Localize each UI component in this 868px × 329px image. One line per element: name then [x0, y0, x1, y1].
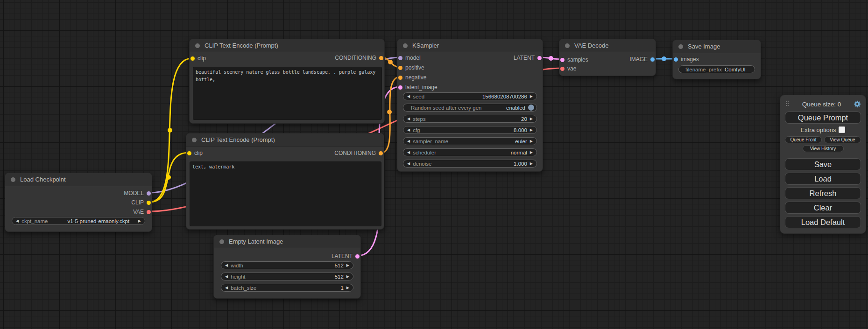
view-queue-button[interactable]: View Queue — [824, 136, 861, 143]
output-clip[interactable]: CLIP — [131, 198, 152, 207]
increment-arrow-icon[interactable] — [530, 95, 533, 98]
steps-widget[interactable]: steps 20 — [403, 115, 537, 123]
queue-prompt-button[interactable]: Queue Prompt — [785, 112, 861, 124]
output-image[interactable]: IMAGE — [629, 55, 656, 63]
increment-arrow-icon[interactable] — [346, 264, 349, 267]
extra-options-checkbox[interactable] — [839, 126, 845, 133]
decrement-arrow-icon[interactable] — [407, 140, 410, 143]
scheduler-widget[interactable]: scheduler normal — [403, 148, 537, 156]
node-titlebar[interactable]: VAE Decode — [559, 39, 656, 52]
node-titlebar[interactable]: Load Checkpoint — [5, 173, 152, 186]
filename-prefix-widget[interactable]: filename_prefix ComfyUI — [678, 65, 755, 73]
random-seed-toggle-widget[interactable]: Random seed after every gen enabled — [403, 104, 537, 112]
input-latent-image[interactable]: latent_image — [397, 83, 438, 91]
decrement-arrow-icon[interactable] — [407, 162, 410, 166]
port-dot-latent[interactable] — [398, 85, 402, 90]
node-titlebar[interactable]: CLIP Text Encode (Prompt) — [190, 39, 384, 52]
node-graph-canvas[interactable]: Load Checkpoint MODEL CLIP VAE ckpt_name… — [0, 0, 868, 329]
node-vae-decode[interactable]: VAE Decode samples vae IMAGE — [559, 39, 656, 76]
node-titlebar[interactable]: Empty Latent Image — [214, 235, 360, 248]
output-model[interactable]: MODEL — [124, 189, 152, 197]
settings-gear-icon[interactable] — [854, 100, 861, 108]
view-history-button[interactable]: View History — [803, 145, 844, 152]
toggle-knob-icon[interactable] — [528, 105, 534, 111]
drag-handle-icon[interactable] — [786, 101, 790, 107]
height-widget[interactable]: height 512 — [221, 273, 353, 280]
port-dot-vae[interactable] — [147, 210, 151, 214]
port-dot-clip[interactable] — [191, 56, 195, 61]
collapse-dot-icon[interactable] — [565, 43, 570, 48]
increment-arrow-icon[interactable] — [530, 128, 533, 132]
input-images[interactable]: images — [673, 55, 699, 63]
denoise-widget[interactable]: denoise 1.000 — [403, 160, 537, 168]
output-conditioning[interactable]: CONDITIONING — [335, 54, 384, 62]
port-dot-latent[interactable] — [537, 56, 542, 60]
queue-panel-header[interactable]: Queue size: 0 — [785, 99, 861, 109]
increment-arrow-icon[interactable] — [530, 117, 533, 121]
output-conditioning[interactable]: CONDITIONING — [334, 149, 384, 157]
load-default-button[interactable]: Load Default — [785, 216, 861, 228]
input-negative[interactable]: negative — [397, 73, 426, 82]
node-titlebar[interactable]: KSampler — [397, 39, 543, 52]
increment-arrow-icon[interactable] — [530, 162, 533, 166]
collapse-dot-icon[interactable] — [219, 239, 224, 244]
decrement-arrow-icon[interactable] — [407, 128, 410, 132]
port-dot-latent[interactable] — [355, 254, 360, 259]
refresh-button[interactable]: Refresh — [785, 187, 861, 199]
decrement-arrow-icon[interactable] — [225, 286, 228, 290]
node-titlebar[interactable]: Save Image — [673, 40, 761, 53]
output-latent[interactable]: LATENT — [332, 252, 360, 260]
increment-arrow-icon[interactable] — [346, 286, 349, 290]
sampler-name-widget[interactable]: sampler_name euler — [403, 137, 537, 145]
output-latent[interactable]: LATENT — [514, 54, 543, 62]
increment-arrow-icon[interactable] — [346, 275, 349, 279]
node-clip-text-encode-negative[interactable]: CLIP Text Encode (Prompt) clip CONDITION… — [186, 133, 384, 230]
collapse-dot-icon[interactable] — [403, 43, 408, 48]
port-dot-conditioning[interactable] — [398, 76, 402, 80]
decrement-arrow-icon[interactable] — [16, 219, 19, 223]
decrement-arrow-icon[interactable] — [407, 95, 410, 98]
port-dot-image[interactable] — [674, 57, 678, 62]
increment-arrow-icon[interactable] — [138, 219, 141, 223]
node-titlebar[interactable]: CLIP Text Encode (Prompt) — [186, 133, 384, 147]
output-vae[interactable]: VAE — [133, 208, 152, 216]
input-positive[interactable]: positive — [397, 63, 424, 72]
port-dot-clip[interactable] — [187, 151, 191, 155]
input-samples[interactable]: samples — [559, 56, 588, 64]
increment-arrow-icon[interactable] — [530, 140, 533, 143]
save-button[interactable]: Save — [785, 158, 861, 170]
node-empty-latent-image[interactable]: Empty Latent Image LATENT width 512 heig… — [213, 235, 361, 299]
decrement-arrow-icon[interactable] — [225, 275, 228, 279]
port-dot-model[interactable] — [147, 191, 151, 196]
collapse-dot-icon[interactable] — [195, 43, 200, 48]
collapse-dot-icon[interactable] — [192, 138, 197, 142]
input-clip[interactable]: clip — [190, 54, 206, 63]
prompt-textarea[interactable]: beautiful scenery nature glass bottle la… — [193, 67, 382, 120]
decrement-arrow-icon[interactable] — [407, 151, 410, 154]
port-dot-latent[interactable] — [560, 58, 565, 62]
load-button[interactable]: Load — [785, 173, 861, 185]
port-dot-conditioning[interactable] — [379, 151, 383, 155]
collapse-dot-icon[interactable] — [11, 177, 15, 182]
decrement-arrow-icon[interactable] — [225, 264, 228, 267]
port-dot-image[interactable] — [650, 57, 655, 62]
prompt-textarea[interactable]: text, watermark — [190, 161, 381, 226]
input-model[interactable]: model — [397, 54, 421, 62]
port-dot-model[interactable] — [398, 56, 402, 60]
width-widget[interactable]: width 512 — [221, 261, 353, 269]
node-load-checkpoint[interactable]: Load Checkpoint MODEL CLIP VAE ckpt_name… — [5, 173, 152, 232]
port-dot-conditioning[interactable] — [398, 66, 402, 70]
node-save-image[interactable]: Save Image images filename_prefix ComfyU… — [672, 40, 761, 79]
node-clip-text-encode-positive[interactable]: CLIP Text Encode (Prompt) clip CONDITION… — [189, 39, 385, 124]
port-dot-conditioning[interactable] — [379, 56, 383, 60]
queue-front-button[interactable]: Queue Front — [785, 136, 822, 143]
decrement-arrow-icon[interactable] — [407, 117, 410, 121]
input-clip[interactable]: clip — [186, 149, 203, 157]
seed-widget[interactable]: seed 156680208700286 — [403, 92, 537, 100]
batch-size-widget[interactable]: batch_size 1 — [221, 284, 353, 292]
port-dot-vae[interactable] — [560, 67, 565, 71]
increment-arrow-icon[interactable] — [530, 151, 533, 154]
port-dot-clip[interactable] — [147, 201, 151, 205]
input-vae[interactable]: vae — [559, 64, 576, 73]
cfg-widget[interactable]: cfg 8.000 — [403, 126, 537, 134]
